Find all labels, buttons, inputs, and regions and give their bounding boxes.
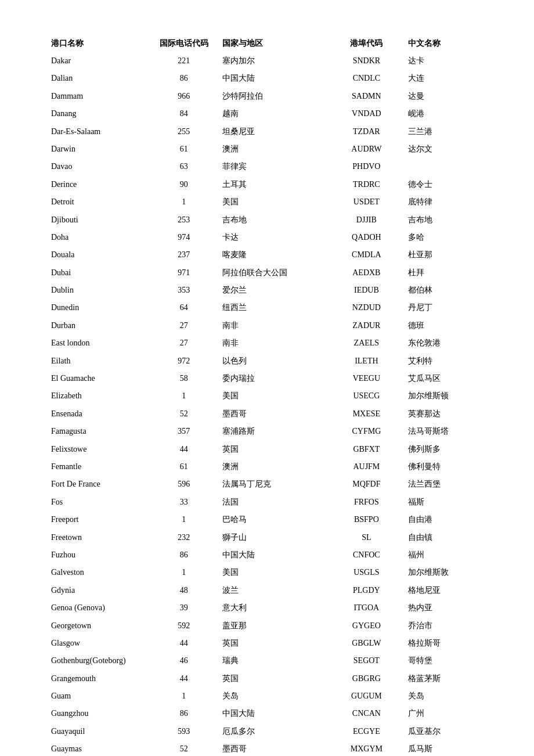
- table-row: Dar-Es-Salaam255坦桑尼亚TZDAR三兰港: [46, 123, 488, 141]
- cell-port: Dar-Es-Salaam: [46, 123, 150, 141]
- cell-port: El Guamache: [46, 370, 150, 387]
- cell-locode: PHDVO: [330, 158, 403, 175]
- table-row: Danang84越南VNDAD岘港: [46, 105, 488, 123]
- table-row: Gdynia48波兰PLGDY格地尼亚: [46, 582, 488, 599]
- cell-chinese-name: 福州: [403, 546, 488, 564]
- table-row: Durban27南非ZADUR德班: [46, 317, 488, 334]
- cell-country: 波兰: [218, 582, 330, 599]
- cell-chinese-name: 杜亚那: [403, 246, 488, 264]
- cell-intl-code: 1: [150, 193, 217, 211]
- cell-chinese-name: 加尔维斯敦: [403, 564, 488, 581]
- cell-intl-code: 255: [150, 123, 217, 141]
- cell-port: Durban: [46, 317, 150, 334]
- cell-chinese-name: 达曼: [403, 88, 488, 105]
- cell-locode: TZDAR: [330, 123, 403, 141]
- cell-intl-code: 1: [150, 511, 217, 528]
- cell-chinese-name: 岘港: [403, 105, 488, 123]
- table-row: Dunedin64纽西兰NZDUD丹尼丁: [46, 299, 488, 316]
- cell-locode: GBGRG: [330, 670, 403, 687]
- cell-country: 委内瑞拉: [218, 370, 330, 387]
- table-row: Ensenada52墨西哥MXESE英赛那达: [46, 405, 488, 423]
- cell-locode: FRFOS: [330, 494, 403, 511]
- cell-country: 纽西兰: [218, 299, 330, 316]
- cell-chinese-name: 德班: [403, 317, 488, 334]
- table-row: Grangemouth44英国GBGRG格蓝茅斯: [46, 670, 488, 687]
- cell-locode: CYFMG: [330, 423, 403, 440]
- cell-chinese-name: 佛利曼特: [403, 458, 488, 476]
- cell-port: Dunedin: [46, 299, 150, 316]
- table-row: Georgetown592盖亚那GYGEO乔治市: [46, 617, 488, 635]
- header-country: 国家与地区: [218, 35, 330, 52]
- cell-port: Guayaquil: [46, 723, 150, 740]
- table-row: Femantle61澳洲AUJFM佛利曼特: [46, 458, 488, 476]
- cell-port: Ensenada: [46, 405, 150, 423]
- cell-country: 以色列: [218, 352, 330, 370]
- cell-locode: GBGLW: [330, 635, 403, 652]
- cell-port: Dammam: [46, 88, 150, 105]
- cell-locode: VNDAD: [330, 105, 403, 123]
- cell-locode: VEEGU: [330, 370, 403, 387]
- cell-locode: BSFPO: [330, 511, 403, 528]
- cell-locode: CMDLA: [330, 246, 403, 264]
- cell-country: 卡达: [218, 229, 330, 246]
- cell-locode: ILETH: [330, 352, 403, 370]
- cell-intl-code: 61: [150, 458, 217, 476]
- cell-chinese-name: 丹尼丁: [403, 299, 488, 316]
- cell-locode: SL: [330, 529, 403, 546]
- cell-country: 意大利: [218, 599, 330, 617]
- cell-locode: QADOH: [330, 229, 403, 246]
- cell-intl-code: 44: [150, 635, 217, 652]
- cell-chinese-name: 底特律: [403, 193, 488, 211]
- table-row: Davao63菲律宾PHDVO: [46, 158, 488, 175]
- cell-intl-code: 27: [150, 334, 217, 352]
- cell-chinese-name: 加尔维斯顿: [403, 387, 488, 405]
- cell-chinese-name: 杜拜: [403, 264, 488, 282]
- table-row: Felixstowe44英国GBFXT佛列斯多: [46, 441, 488, 458]
- cell-locode: ITGOA: [330, 599, 403, 617]
- cell-locode: AUJFM: [330, 458, 403, 476]
- table-row: Famagusta357塞浦路斯CYFMG法马哥斯塔: [46, 423, 488, 440]
- table-row: Dublin353爱尔兰IEDUB都伯林: [46, 282, 488, 299]
- cell-chinese-name: 法兰西堡: [403, 476, 488, 493]
- cell-port: Eilath: [46, 352, 150, 370]
- cell-country: 塞浦路斯: [218, 423, 330, 440]
- cell-intl-code: 221: [150, 52, 217, 70]
- ports-table: 港口名称 国际电话代码 国家与地区 港埠代码 中文名称 Dakar221塞内加尔…: [46, 35, 488, 756]
- table-row: Djibouti253吉布地DJJIB吉布地: [46, 211, 488, 229]
- cell-locode: CNCAN: [330, 705, 403, 722]
- cell-chinese-name: 乔治市: [403, 617, 488, 635]
- cell-locode: SEGOT: [330, 652, 403, 669]
- cell-country: 塞内加尔: [218, 52, 330, 70]
- cell-intl-code: 58: [150, 370, 217, 387]
- table-row: Guam1关岛GUGUM关岛: [46, 687, 488, 705]
- table-row: Genoa (Genova)39意大利ITGOA热内亚: [46, 599, 488, 617]
- cell-chinese-name: 德令士: [403, 176, 488, 193]
- cell-intl-code: 48: [150, 582, 217, 599]
- table-row: Freetown232獅子山SL自由镇: [46, 529, 488, 546]
- cell-country: 法国: [218, 494, 330, 511]
- cell-country: 澳洲: [218, 141, 330, 158]
- cell-intl-code: 64: [150, 299, 217, 316]
- cell-intl-code: 353: [150, 282, 217, 299]
- cell-chinese-name: [403, 158, 488, 175]
- cell-chinese-name: 大连: [403, 70, 488, 87]
- cell-chinese-name: 都伯林: [403, 282, 488, 299]
- table-row: Dakar221塞内加尔SNDKR达卡: [46, 52, 488, 70]
- cell-country: 澳洲: [218, 458, 330, 476]
- cell-port: Felixstowe: [46, 441, 150, 458]
- cell-chinese-name: 自由镇: [403, 529, 488, 546]
- cell-port: Dublin: [46, 282, 150, 299]
- cell-country: 南非: [218, 334, 330, 352]
- cell-locode: PLGDY: [330, 582, 403, 599]
- table-row: Elizabeth1美国USECG加尔维斯顿: [46, 387, 488, 405]
- cell-chinese-name: 广州: [403, 705, 488, 722]
- cell-chinese-name: 关岛: [403, 687, 488, 705]
- header-port: 港口名称: [46, 35, 150, 52]
- table-header-row: 港口名称 国际电话代码 国家与地区 港埠代码 中文名称: [46, 35, 488, 52]
- cell-country: 中国大陆: [218, 705, 330, 722]
- cell-chinese-name: 英赛那达: [403, 405, 488, 423]
- cell-country: 美国: [218, 193, 330, 211]
- cell-intl-code: 44: [150, 441, 217, 458]
- cell-intl-code: 52: [150, 740, 217, 756]
- cell-country: 英国: [218, 635, 330, 652]
